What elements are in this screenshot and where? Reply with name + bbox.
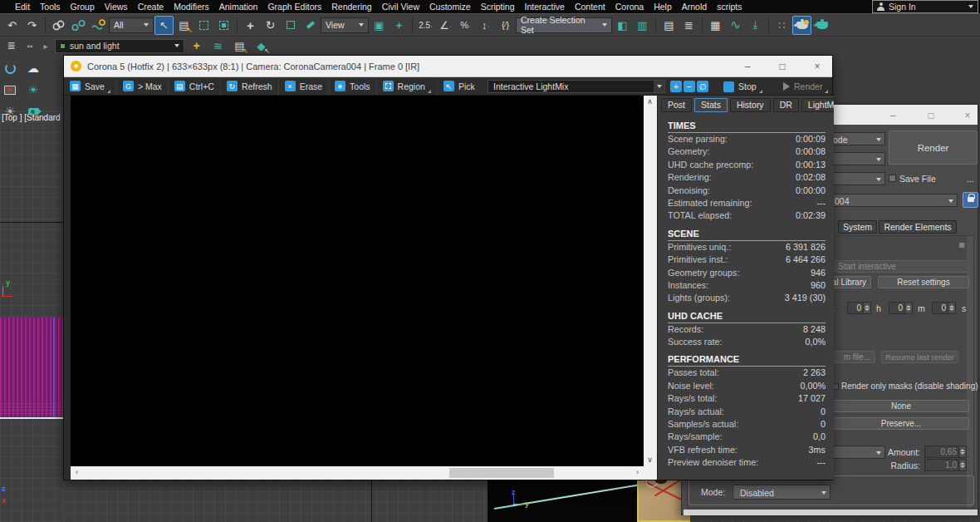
corona-sky-icon[interactable]: ☁ [25,60,42,76]
menu-item[interactable]: Corona [610,2,649,12]
corona-vfb-icon[interactable] [2,81,18,98]
maxscript-icon[interactable]: {⁄} [496,16,515,35]
reset-settings-button[interactable]: Reset settings [878,276,969,288]
corona-interactive-icon[interactable] [2,60,18,76]
snaps-toggle-icon[interactable]: 2.5˒ [416,16,435,35]
corona-light-icon[interactable]: ☀ [25,81,42,98]
window-crossing-icon[interactable] [214,16,233,35]
scrollbar-thumb[interactable] [449,468,554,478]
minimize-button[interactable]: – [741,56,754,77]
material-editor-icon[interactable]: ⤓ [746,16,765,35]
schematic-view-icon[interactable]: ∿ [726,16,745,35]
select-object-button[interactable]: ↖ [154,16,174,35]
menu-item[interactable]: Help [649,2,677,12]
mirror-icon[interactable]: ◧ [613,16,632,35]
scroll-down-icon[interactable]: ∨ [644,455,655,465]
menu-item[interactable]: Scripting [476,2,520,12]
window-resize-edge[interactable] [684,510,978,515]
curve-editor-icon[interactable]: ▦ [706,16,725,35]
menu-item[interactable]: Tools [35,2,66,12]
tools-button[interactable]: ∗Tools [329,77,377,96]
bind-spacewarp-icon[interactable] [89,16,108,35]
scroll-left-icon[interactable]: ‹ [71,467,82,478]
maximize-button[interactable]: □ [776,56,789,77]
create-layer-icon[interactable]: + [187,37,206,56]
none-button[interactable]: None [833,400,969,412]
close-button[interactable]: × [811,56,824,77]
unlink-icon[interactable] [69,16,88,35]
select-by-name-icon[interactable]: ▤↖ [174,16,194,35]
selection-filter-dropdown[interactable]: All [109,17,154,33]
select-manipulate-icon[interactable]: + [390,16,409,35]
select-rotate-icon[interactable]: ↻ [261,16,280,35]
spinner-snap-icon[interactable]: ↕˒ [476,16,495,35]
tab-post[interactable]: Post [661,98,692,112]
layer-explorer-icon[interactable]: ≣ [679,16,698,35]
scene-explorer-icon[interactable]: ▤ [659,16,679,35]
amount-spinner[interactable]: 0,65 [924,446,967,458]
menu-item[interactable]: Interactive [519,2,569,12]
align-icon[interactable]: ▥ [633,16,652,35]
corona-camera-icon[interactable] [25,103,42,120]
pick-button[interactable]: ↖Pick [438,77,481,96]
resume-last-render-button[interactable]: Resume last render [881,351,958,363]
tab-stats[interactable]: Stats [694,98,728,112]
vfb-titlebar[interactable]: Corona 5 (Hotfix 2) | 633×633px (8:1) | … [64,56,832,77]
render-button[interactable]: Render [889,130,978,165]
menu-item[interactable]: Animation [214,2,263,12]
tab-history[interactable]: History [730,98,771,112]
selection-set-dropdown[interactable]: Create Selection Set [516,17,612,33]
vertical-scrollbar[interactable]: ∧ ∨ [644,96,657,466]
render-canvas[interactable] [71,96,644,466]
send-to-max-button[interactable]: G> Max [117,77,169,96]
set-current-layer-icon[interactable]: ◆↖ [252,37,271,56]
scroll-up-icon[interactable]: ∧ [644,96,655,107]
use-pivot-center-icon[interactable]: ▣ [370,16,389,35]
zoom-reset-button[interactable]: ∅ [697,81,708,92]
hours-spinner[interactable]: 0 [847,302,871,314]
lightmix-dropdown[interactable]: Interactive LightMix [488,80,665,93]
menu-item[interactable]: Create [133,2,169,12]
chevron-down-icon[interactable] [968,5,973,8]
menu-item[interactable]: Arnold [677,2,712,12]
tab-system[interactable]: System [838,220,877,234]
render-flow-icon[interactable]: ∷ [772,16,791,35]
angle-snap-icon[interactable]: ∠˒ [436,16,455,35]
camera-viewport[interactable]: z y [488,480,637,522]
undo-icon[interactable]: ↶ [2,16,22,35]
scroll-right-icon[interactable]: › [632,467,643,478]
zoom-out-button[interactable]: − [684,81,695,92]
menu-item[interactable]: Edit [10,2,35,12]
copy-button[interactable]: ▤Ctrl+C [169,77,221,96]
lock-view-button[interactable] [963,192,978,208]
add-selection-to-layer-icon[interactable]: ≋ [208,37,228,56]
render-button[interactable]: Render [783,77,828,96]
menu-item[interactable]: Views [100,2,133,12]
rectangular-selection-region-icon[interactable] [194,16,213,35]
layer-lock-icon[interactable]: ▪▪ [23,40,37,52]
rendered-frame-window-button[interactable] [812,16,831,35]
menu-item[interactable]: Rendering [326,2,376,12]
menu-item[interactable]: Modifiers [169,2,214,12]
refresh-button[interactable]: ↻Refresh [221,77,279,96]
menu-item[interactable]: Graph Editors [262,2,326,12]
tab-lightmix[interactable]: LightMix [801,98,834,112]
erase-button[interactable]: ×Erase [279,77,329,96]
region-button[interactable]: Region [377,77,438,96]
active-layer-dropdown[interactable]: sun and light [55,39,184,53]
menu-item[interactable]: scripts [712,2,747,12]
select-scale-icon[interactable] [281,16,300,35]
sign-in-button[interactable]: Sign In [872,0,978,13]
tab-dr[interactable]: DR [773,98,799,112]
layer-note-icon[interactable]: ▸ [39,40,52,52]
percent-snap-icon[interactable]: %˒ [456,16,475,35]
browse-button[interactable]: ... [967,174,974,184]
select-move-icon[interactable]: + [241,16,260,35]
menu-item[interactable]: Group [66,2,100,12]
left-viewport-wireframe-object[interactable] [0,318,63,419]
corona-sun-icon[interactable]: ☀ [2,103,18,120]
select-place-icon[interactable] [301,16,320,35]
viewport-left-column[interactable]: [Top ] [Standard y [Left ] [Standard z x [0,111,63,522]
save-button[interactable]: ▦Save [64,77,117,96]
menu-item[interactable]: Customize [424,2,476,12]
